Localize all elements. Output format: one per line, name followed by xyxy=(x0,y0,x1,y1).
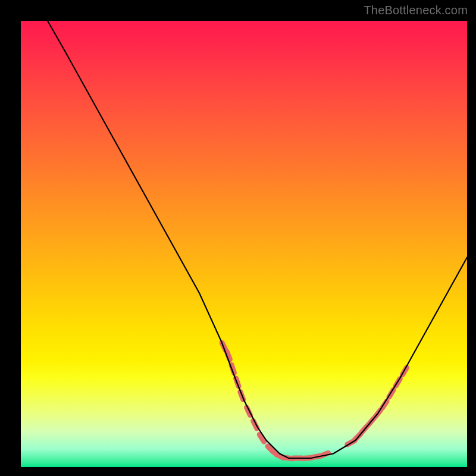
highlight-layer xyxy=(222,343,406,459)
watermark-label: TheBottleneck.com xyxy=(364,4,468,17)
chart-svg xyxy=(21,21,467,467)
chart-frame: TheBottleneck.com xyxy=(0,0,476,476)
plot-area xyxy=(21,21,467,467)
curve-line xyxy=(48,21,467,458)
